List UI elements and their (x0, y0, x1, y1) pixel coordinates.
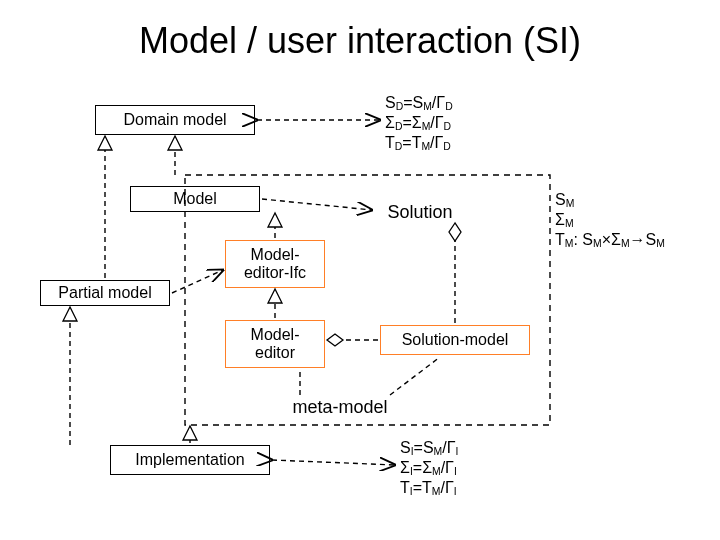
svg-marker-24 (183, 426, 197, 440)
box-solution-model: Solution-model (380, 325, 530, 355)
svg-marker-15 (449, 223, 461, 241)
svg-marker-3 (168, 136, 182, 150)
page-title: Model / user interaction (SI) (0, 20, 720, 62)
eq-right: SMΣMTM: SM×ΣM→SM (555, 190, 665, 250)
eq-top-text: SD=SM/ΓDΣD=ΣM/ΓDTD=TM/ΓD (385, 94, 453, 151)
eq-right-text: SMΣMTM: SM×ΣM→SM (555, 191, 665, 248)
svg-line-17 (390, 357, 440, 395)
svg-marker-19 (63, 307, 77, 321)
box-domain-model: Domain model (95, 105, 255, 135)
box-solution: Solution (370, 200, 470, 225)
box-partial-model: Partial model (40, 280, 170, 306)
svg-line-9 (172, 270, 223, 293)
box-implementation: Implementation (110, 445, 270, 475)
svg-line-22 (272, 460, 395, 465)
box-model-editor: Model- editor (225, 320, 325, 368)
svg-marker-8 (98, 136, 112, 150)
svg-marker-13 (327, 334, 343, 346)
eq-top: SD=SM/ΓDΣD=ΣM/ΓDTD=TM/ΓD (385, 93, 453, 153)
svg-marker-6 (268, 213, 282, 227)
eq-bottom: SI=SM/ΓIΣI=ΣM/ΓITI=TM/ΓI (400, 438, 458, 498)
box-model-editor-ifc: Model- editor-Ifc (225, 240, 325, 288)
diagram-overlay (0, 0, 720, 540)
box-meta-model: meta-model (270, 395, 410, 420)
svg-rect-0 (185, 175, 550, 425)
eq-bottom-text: SI=SM/ΓIΣI=ΣM/ΓITI=TM/ΓI (400, 439, 458, 496)
box-model: Model (130, 186, 260, 212)
svg-marker-11 (268, 289, 282, 303)
svg-line-4 (262, 199, 372, 210)
slide: Model / user interaction (SI) Domain mod… (0, 0, 720, 540)
